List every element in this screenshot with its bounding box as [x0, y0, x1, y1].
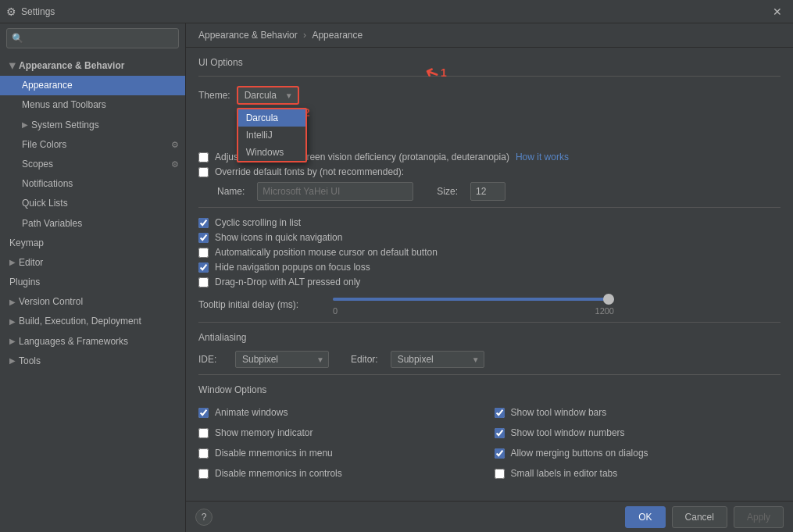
- window-options-grid: Animate windows Show tool window bars Sh…: [198, 403, 780, 483]
- drag-drop-label: Drag-n-Drop with ALT pressed only: [215, 277, 360, 287]
- show-tool-numbers-checkbox[interactable]: [495, 428, 505, 438]
- hide-navigation-row: Hide navigation popups on focus loss: [198, 262, 780, 273]
- theme-dropdown-popup: Darcula IntelliJ Windows: [237, 108, 307, 162]
- theme-option-windows[interactable]: Windows: [238, 144, 305, 161]
- sidebar-item-editor[interactable]: ▶ Editor: [0, 253, 185, 273]
- disable-mnemonics-controls-row: Disable mnemonics in controls: [198, 468, 485, 479]
- sidebar-item-label: Languages & Frameworks: [19, 334, 128, 349]
- expand-arrow: ▶: [9, 296, 16, 309]
- theme-selected[interactable]: Darcula ▼: [237, 86, 299, 105]
- search-input[interactable]: [27, 33, 173, 44]
- cyclic-scrolling-checkbox[interactable]: [198, 218, 209, 228]
- sidebar-item-keymap[interactable]: Keymap: [0, 234, 185, 253]
- theme-option-intellij[interactable]: IntelliJ: [238, 127, 305, 144]
- adjust-colors-checkbox[interactable]: [198, 152, 209, 162]
- close-button[interactable]: ✕: [768, 4, 787, 20]
- editor-select[interactable]: Subpixel Greyscale None: [391, 351, 484, 368]
- ide-select-wrapper[interactable]: Subpixel Greyscale None ▼: [235, 351, 329, 368]
- separator1: [198, 76, 780, 77]
- sidebar-item-appearance-behavior[interactable]: ▶ Appearance & Behavior: [0, 56, 185, 76]
- breadcrumb-part1: Appearance & Behavior: [198, 30, 298, 41]
- tooltip-slider-row: Tooltip initial delay (ms): 0 1200: [198, 294, 780, 316]
- sidebar-item-notifications[interactable]: Notifications: [0, 174, 185, 194]
- how-it-works-link[interactable]: How it works: [516, 152, 569, 162]
- disable-mnemonics-controls-checkbox[interactable]: [198, 469, 209, 479]
- sidebar-item-label: Keymap: [9, 236, 44, 251]
- override-rendering-checkbox[interactable]: [198, 167, 209, 177]
- sidebar-item-menus-toolbars[interactable]: Menus and Toolbars: [0, 95, 185, 115]
- cyclic-scrolling-row: Cyclic scrolling in list: [198, 217, 780, 228]
- tooltip-label: Tooltip initial delay (ms):: [198, 299, 323, 310]
- theme-dropdown-arrow: ▼: [285, 91, 293, 100]
- size-label: Size:: [437, 186, 458, 197]
- allow-merging-row: Allow merging buttons on dialogs: [495, 448, 781, 459]
- sidebar-item-version-control[interactable]: ▶ Version Control: [0, 292, 185, 312]
- sidebar-item-label: Scopes: [22, 157, 53, 172]
- cyclic-scrolling-label: Cyclic scrolling in list: [215, 217, 301, 228]
- hide-navigation-checkbox[interactable]: [198, 262, 209, 273]
- theme-label: Theme:: [198, 90, 230, 101]
- expand-arrow: ▶: [9, 335, 16, 348]
- apply-button[interactable]: Apply: [734, 506, 784, 528]
- sidebar-item-label: Plugins: [9, 275, 40, 290]
- ok-button[interactable]: OK: [625, 506, 665, 528]
- cancel-button[interactable]: Cancel: [672, 506, 727, 528]
- show-tool-numbers-label: Show tool window numbers: [511, 427, 625, 438]
- help-button[interactable]: ?: [195, 509, 213, 526]
- small-labels-checkbox[interactable]: [495, 469, 505, 479]
- override-rendering-label: Override default fonts by (not recommend…: [215, 166, 404, 177]
- sidebar-item-label: Version Control: [19, 295, 83, 309]
- sidebar-item-system-settings[interactable]: ▶ System Settings: [0, 116, 185, 135]
- show-tool-bars-checkbox[interactable]: [495, 408, 505, 418]
- slider-line: [333, 298, 614, 301]
- title-bar: ⚙ Settings ✕: [0, 0, 793, 23]
- sidebar-item-file-colors[interactable]: File Colors ⚙: [0, 135, 185, 155]
- slider-track[interactable]: [333, 294, 780, 305]
- drag-drop-row: Drag-n-Drop with ALT pressed only: [198, 277, 780, 287]
- animate-windows-label: Animate windows: [215, 407, 288, 418]
- sidebar-item-build-execution[interactable]: ▶ Build, Execution, Deployment: [0, 312, 185, 331]
- theme-option-darcula[interactable]: Darcula: [238, 109, 305, 127]
- separator2: [198, 207, 780, 208]
- search-box[interactable]: 🔍: [6, 28, 179, 48]
- sidebar-item-scopes[interactable]: Scopes ⚙: [0, 155, 185, 174]
- ui-options-title: UI Options: [198, 57, 780, 68]
- sidebar-item-label: Appearance & Behavior: [19, 59, 124, 73]
- font-name-input[interactable]: [257, 182, 413, 201]
- content-area: Appearance & Behavior › Appearance UI Op…: [186, 23, 793, 532]
- sidebar-item-label: System Settings: [31, 118, 99, 133]
- app-icon: ⚙: [6, 5, 16, 18]
- show-icons-checkbox[interactable]: [198, 233, 209, 243]
- auto-position-label: Automatically position mouse cursor on d…: [215, 247, 438, 258]
- search-icon: 🔍: [12, 33, 23, 44]
- disable-mnemonics-menu-row: Disable mnemonics in menu: [198, 448, 485, 459]
- sidebar-item-languages-frameworks[interactable]: ▶ Languages & Frameworks: [0, 332, 185, 352]
- font-size-input[interactable]: [470, 182, 505, 201]
- antialias-row: IDE: Subpixel Greyscale None ▼ Editor: S…: [198, 351, 780, 368]
- drag-drop-checkbox[interactable]: [198, 277, 209, 287]
- disable-mnemonics-menu-checkbox[interactable]: [198, 448, 209, 459]
- auto-position-checkbox[interactable]: [198, 248, 209, 258]
- sidebar-item-plugins[interactable]: Plugins: [0, 273, 185, 292]
- separator4: [198, 374, 780, 375]
- editor-select-wrapper[interactable]: Subpixel Greyscale None ▼: [391, 351, 484, 368]
- show-memory-checkbox[interactable]: [198, 428, 209, 438]
- animate-windows-checkbox[interactable]: [198, 408, 209, 418]
- allow-merging-checkbox[interactable]: [495, 448, 505, 459]
- sidebar-item-label: File Colors: [22, 137, 66, 152]
- ide-select[interactable]: Subpixel Greyscale None: [235, 351, 329, 368]
- show-tool-numbers-row: Show tool window numbers: [495, 427, 781, 438]
- theme-dropdown-wrapper[interactable]: Darcula ▼ Darcula IntelliJ Windows: [237, 86, 299, 105]
- disable-mnemonics-controls-label: Disable mnemonics in controls: [215, 468, 342, 479]
- breadcrumb: Appearance & Behavior › Appearance: [186, 23, 793, 48]
- name-label: Name:: [217, 186, 245, 197]
- slider-thumb[interactable]: [603, 294, 614, 305]
- sidebar-item-path-variables[interactable]: Path Variables: [0, 214, 185, 234]
- main-layout: 🔍 ▶ Appearance & Behavior Appearance Men…: [0, 23, 793, 532]
- sidebar-item-quick-lists[interactable]: Quick Lists: [0, 194, 185, 213]
- sidebar-item-appearance[interactable]: Appearance: [0, 76, 185, 95]
- show-tool-bars-row: Show tool window bars: [495, 407, 781, 418]
- expand-arrow: ▶: [22, 119, 28, 131]
- sidebar-item-tools[interactable]: ▶ Tools: [0, 352, 185, 371]
- bottom-bar: ? OK Cancel Apply: [186, 501, 793, 532]
